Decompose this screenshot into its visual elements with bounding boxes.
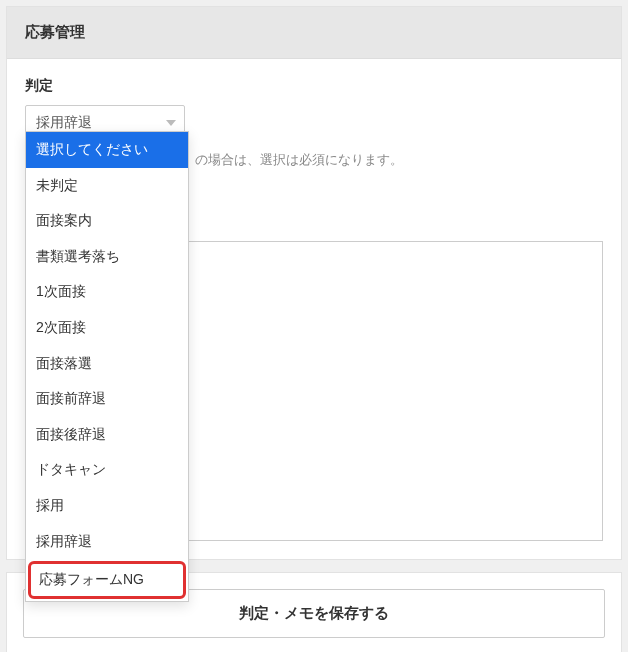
judgement-option[interactable]: ドタキャン <box>26 452 188 488</box>
panel-title: 応募管理 <box>7 7 621 59</box>
judgement-dropdown[interactable]: 選択してください未判定面接案内書類選考落ち1次面接2次面接面接落選面接前辞退面接… <box>25 131 189 602</box>
judgement-option[interactable]: 面接案内 <box>26 203 188 239</box>
judgement-helper-text: の場合は、選択は必須になります。 <box>195 151 603 169</box>
judgement-option[interactable]: 未判定 <box>26 168 188 204</box>
application-panel: 応募管理 判定 採用辞退 の場合は、選択は必須になります。 選択してください未判… <box>6 6 622 560</box>
judgement-option[interactable]: 採用 <box>26 488 188 524</box>
judgement-option[interactable]: 応募フォームNG <box>28 561 186 599</box>
panel-body: 判定 採用辞退 の場合は、選択は必須になります。 選択してください未判定面接案内… <box>7 59 621 559</box>
judgement-select-value: 採用辞退 <box>36 114 92 130</box>
judgement-option[interactable]: 面接後辞退 <box>26 417 188 453</box>
judgement-option[interactable]: 採用辞退 <box>26 524 188 560</box>
chevron-down-icon <box>166 120 176 126</box>
judgement-field-label: 判定 <box>25 77 603 95</box>
judgement-option[interactable]: 面接前辞退 <box>26 381 188 417</box>
judgement-option[interactable]: 選択してください <box>26 132 188 168</box>
judgement-option[interactable]: 1次面接 <box>26 274 188 310</box>
judgement-option[interactable]: 書類選考落ち <box>26 239 188 275</box>
judgement-option[interactable]: 面接落選 <box>26 346 188 382</box>
judgement-option[interactable]: 2次面接 <box>26 310 188 346</box>
page-root: 応募管理 判定 採用辞退 の場合は、選択は必須になります。 選択してください未判… <box>0 0 628 652</box>
